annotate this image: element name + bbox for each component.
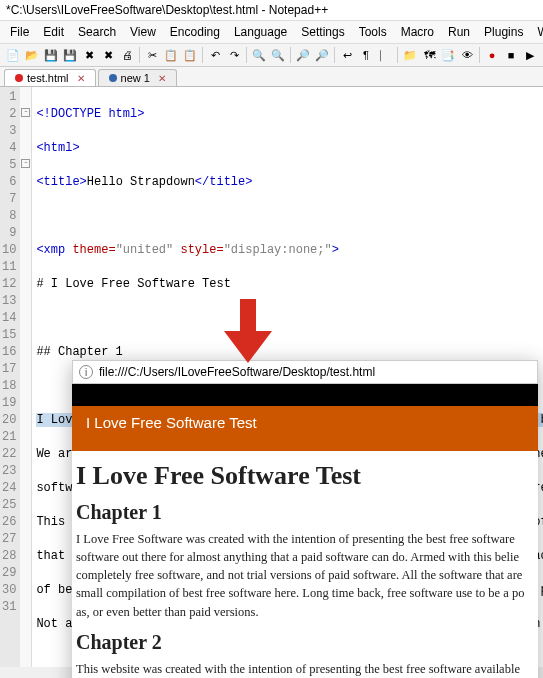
wrap-icon[interactable]: ↩: [338, 46, 356, 64]
copy-icon[interactable]: 📋: [162, 46, 180, 64]
code-text: <!DOCTYPE html>: [36, 107, 144, 121]
replace-icon[interactable]: 🔍: [269, 46, 287, 64]
indent-guide-icon[interactable]: ⎸: [376, 46, 394, 64]
line-gutter: 1 2 3 4 5 6 7 8 9 10 11 12 13 14 15 16 1…: [0, 87, 20, 667]
toolbar-separator: [139, 47, 140, 63]
print-icon[interactable]: 🖨: [118, 46, 136, 64]
toolbar-separator: [202, 47, 203, 63]
browser-header-bar: [72, 384, 538, 406]
browser-nav-title-bar: I Love Free Software Test: [72, 406, 538, 451]
toolbar-separator: [334, 47, 335, 63]
function-list-icon[interactable]: 📑: [439, 46, 457, 64]
tab-test-html[interactable]: test.html ✕: [4, 69, 96, 86]
browser-url: file:///C:/Users/ILoveFreeSoftware/Deskt…: [99, 365, 375, 379]
save-icon[interactable]: 💾: [42, 46, 60, 64]
menu-encoding[interactable]: Encoding: [164, 23, 226, 41]
doc-map-icon[interactable]: 🗺: [420, 46, 438, 64]
menu-edit[interactable]: Edit: [37, 23, 70, 41]
toolbar-separator: [246, 47, 247, 63]
rendered-content: I Love Free Software Test Chapter 1 I Lo…: [72, 451, 538, 678]
redo-icon[interactable]: ↷: [225, 46, 243, 64]
tab-label: test.html: [27, 72, 69, 84]
tab-close-icon[interactable]: ✕: [158, 73, 166, 84]
menu-view[interactable]: View: [124, 23, 162, 41]
close-icon[interactable]: ✖: [80, 46, 98, 64]
monitoring-icon[interactable]: 👁: [458, 46, 476, 64]
tab-label: new 1: [121, 72, 150, 84]
toolbar-separator: [479, 47, 480, 63]
play-macro-icon[interactable]: ▶: [521, 46, 539, 64]
menu-window[interactable]: Window: [531, 23, 543, 41]
menu-run[interactable]: Run: [442, 23, 476, 41]
menu-settings[interactable]: Settings: [295, 23, 350, 41]
page-h2-chapter2: Chapter 2: [76, 631, 534, 654]
browser-nav-title: I Love Free Software Test: [86, 414, 257, 431]
menu-search[interactable]: Search: [72, 23, 122, 41]
zoom-in-icon[interactable]: 🔎: [294, 46, 312, 64]
unsaved-indicator-icon: [15, 74, 23, 82]
stop-macro-icon[interactable]: ■: [502, 46, 520, 64]
toolbar: 📄 📂 💾 💾 ✖ ✖ 🖨 ✂ 📋 📋 ↶ ↷ 🔍 🔍 🔎 🔎 ↩ ¶ ⎸ 📁 …: [0, 44, 543, 67]
saved-indicator-icon: [109, 74, 117, 82]
cut-icon[interactable]: ✂: [143, 46, 161, 64]
find-icon[interactable]: 🔍: [250, 46, 268, 64]
menu-tools[interactable]: Tools: [353, 23, 393, 41]
close-all-icon[interactable]: ✖: [99, 46, 117, 64]
window-title: *C:\Users\ILoveFreeSoftware\Desktop\test…: [6, 3, 328, 17]
new-file-icon[interactable]: 📄: [4, 46, 22, 64]
page-paragraph: I Love Free Software was created with th…: [76, 530, 534, 621]
tabbar: test.html ✕ new 1 ✕: [0, 67, 543, 87]
zoom-out-icon[interactable]: 🔎: [313, 46, 331, 64]
annotation-arrow-icon: [224, 299, 272, 363]
menu-plugins[interactable]: Plugins: [478, 23, 529, 41]
page-paragraph: This website was created with the intent…: [76, 660, 534, 678]
record-macro-icon[interactable]: ●: [483, 46, 501, 64]
browser-url-bar[interactable]: i file:///C:/Users/ILoveFreeSoftware/Des…: [72, 360, 538, 384]
undo-icon[interactable]: ↶: [206, 46, 224, 64]
fold-gutter: - -: [20, 87, 32, 667]
fold-icon[interactable]: -: [21, 159, 30, 168]
toolbar-separator: [290, 47, 291, 63]
paste-icon[interactable]: 📋: [181, 46, 199, 64]
menu-file[interactable]: File: [4, 23, 35, 41]
menu-macro[interactable]: Macro: [395, 23, 440, 41]
menu-language[interactable]: Language: [228, 23, 293, 41]
code-text: <title>: [36, 175, 86, 189]
info-icon[interactable]: i: [79, 365, 93, 379]
toolbar-separator: [397, 47, 398, 63]
menubar: File Edit Search View Encoding Language …: [0, 21, 543, 44]
code-text: <html>: [36, 141, 79, 155]
tab-new-1[interactable]: new 1 ✕: [98, 69, 177, 86]
fold-icon[interactable]: -: [21, 108, 30, 117]
tab-close-icon[interactable]: ✕: [77, 73, 85, 84]
page-h1: I Love Free Software Test: [76, 461, 534, 491]
show-all-chars-icon[interactable]: ¶: [357, 46, 375, 64]
window-titlebar: *C:\Users\ILoveFreeSoftware\Desktop\test…: [0, 0, 543, 21]
browser-preview: i file:///C:/Users/ILoveFreeSoftware/Des…: [72, 360, 538, 678]
page-h2-chapter1: Chapter 1: [76, 501, 534, 524]
folder-icon[interactable]: 📁: [401, 46, 419, 64]
open-file-icon[interactable]: 📂: [23, 46, 41, 64]
save-all-icon[interactable]: 💾: [61, 46, 79, 64]
